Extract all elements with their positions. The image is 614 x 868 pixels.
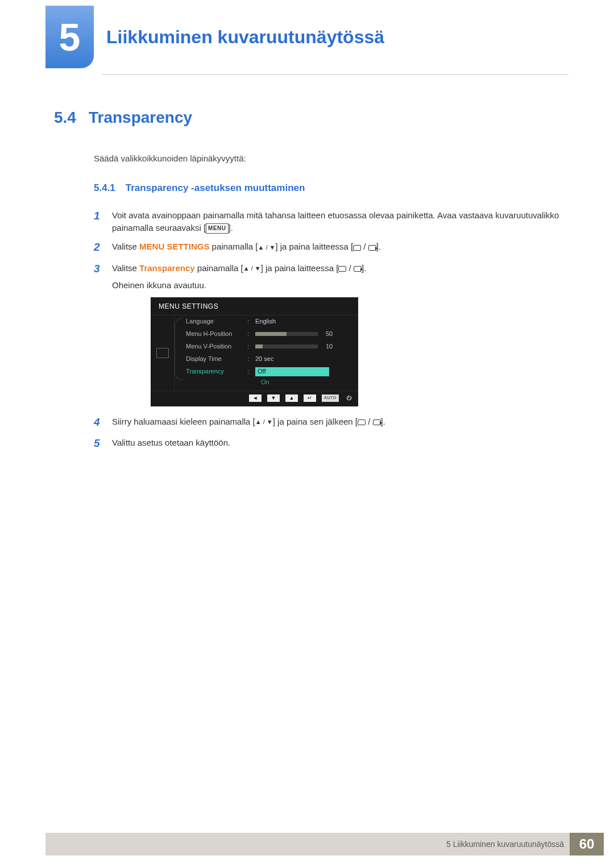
source-icon: [338, 266, 346, 272]
step-text: Valittu asetus otetaan käyttöön.: [112, 435, 560, 451]
enter-icon: [354, 266, 362, 272]
menu-settings-label: MENU SETTINGS: [139, 242, 209, 251]
step-number: 2: [94, 239, 105, 255]
auto-button: AUTO: [322, 394, 339, 402]
osd-option-on: On: [175, 378, 358, 391]
step-subtext: Oheinen ikkuna avautuu.: [112, 279, 560, 292]
source-icon: [358, 420, 366, 425]
enter-icon: [373, 420, 381, 425]
content: 5.4 Transparency Säädä valikkoikkunoiden…: [0, 75, 614, 451]
enter-icon: ↵: [304, 394, 316, 402]
osd-panel: MENU SETTINGS Language:English Menu H-Po…: [151, 297, 358, 406]
up-down-icon: ▲ / ▼: [258, 243, 275, 252]
transparency-label: Transparency: [139, 263, 195, 273]
power-icon: ⏻: [345, 394, 352, 402]
step-5: 5 Valittu asetus otetaan käyttöön.: [94, 435, 560, 451]
osd-row-vposition: Menu V-Position:10: [175, 340, 358, 353]
up-icon: ▲: [285, 394, 298, 402]
source-icon: [353, 245, 361, 251]
down-icon: ▼: [267, 394, 280, 402]
menu-icon: MENU: [206, 223, 228, 234]
step-text: Valitse Transparency painamalla [▲ / ▼] …: [112, 261, 560, 292]
slider-bar: [255, 344, 318, 348]
step-1: 1 Voit avata avainoppaan painamalla mitä…: [94, 208, 560, 234]
page-number: 60: [570, 833, 604, 855]
osd-title: MENU SETTINGS: [151, 297, 358, 315]
step-number: 5: [94, 435, 105, 451]
page-header: 5 Liikkuminen kuvaruutunäytössä: [0, 0, 614, 68]
subsection-heading: 5.4.1 Transparency -asetuksen muuttamine…: [94, 181, 560, 196]
footer-text: 5 Liikkuminen kuvaruutunäytössä: [446, 840, 564, 849]
steps-list: 1 Voit avata avainoppaan painamalla mitä…: [94, 208, 560, 451]
section-title: Transparency: [89, 106, 192, 130]
step-number: 4: [94, 414, 105, 430]
chapter-badge: 5: [45, 6, 94, 68]
step-4: 4 Siirry haluamaasi kieleen painamalla […: [94, 414, 560, 430]
step-2: 2 Valitse MENU SETTINGS painamalla [▲ / …: [94, 239, 560, 255]
enter-icon: [368, 245, 376, 251]
subsection-number: 5.4.1: [94, 181, 115, 196]
step-text: Voit avata avainoppaan painamalla mitä t…: [112, 208, 560, 234]
slider-bar: [255, 332, 318, 336]
osd-row-transparency: Transparency:Off: [175, 366, 358, 378]
osd-row-displaytime: Display Time:20 sec: [175, 353, 358, 366]
up-down-icon: ▲ / ▼: [243, 264, 261, 273]
step-3: 3 Valitse Transparency painamalla [▲ / ▼…: [94, 261, 560, 292]
chapter-title: Liikkuminen kuvaruutunäytössä: [106, 27, 384, 48]
osd-row-hposition: Menu H-Position:50: [175, 328, 358, 340]
subsection-title: Transparency -asetuksen muuttaminen: [126, 181, 305, 196]
osd-screenshot: MENU SETTINGS Language:English Menu H-Po…: [151, 297, 560, 406]
step-number: 1: [94, 208, 105, 234]
left-icon: ◄: [249, 394, 262, 402]
page-footer: 5 Liikkuminen kuvaruutunäytössä 60: [45, 833, 604, 855]
section-heading: 5.4 Transparency: [54, 106, 560, 130]
osd-side-icon-column: [151, 315, 175, 391]
osd-category-icon: [156, 348, 169, 358]
section-intro: Säädä valikkoikkunoiden läpinäkyvyyttä:: [94, 152, 560, 165]
step-number: 3: [94, 261, 105, 292]
osd-footer-buttons: ◄ ▼ ▲ ↵ AUTO ⏻: [151, 391, 358, 404]
step-text: Valitse MENU SETTINGS painamalla [▲ / ▼]…: [112, 239, 560, 255]
osd-row-language: Language:English: [175, 315, 358, 328]
osd-arc-decoration: [175, 318, 182, 380]
up-down-icon: ▲ / ▼: [255, 418, 273, 427]
section-number: 5.4: [54, 106, 76, 130]
step-text: Siirry haluamaasi kieleen painamalla [▲ …: [112, 414, 560, 430]
osd-selected-value: Off: [255, 367, 329, 376]
